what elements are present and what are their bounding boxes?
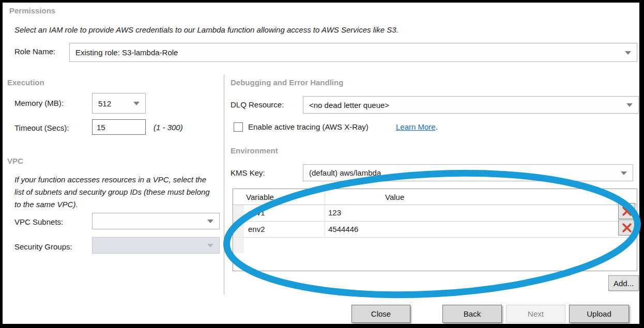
- column-header-value[interactable]: Value: [385, 193, 404, 201]
- active-tracing-label: Enable active tracing (AWS X-Ray): [248, 122, 369, 131]
- permissions-section-title: Permissions: [9, 6, 55, 15]
- execution-section-title: Execution: [7, 78, 44, 87]
- delete-row-button[interactable]: [618, 220, 635, 236]
- upload-button[interactable]: Upload: [569, 305, 629, 323]
- security-groups-combobox: [92, 237, 220, 254]
- environment-section-title: Environment: [231, 146, 278, 155]
- dlq-resource-label: DLQ Resource:: [231, 100, 284, 109]
- chevron-down-icon: [207, 244, 213, 247]
- add-variable-button[interactable]: Add...: [608, 275, 639, 291]
- security-groups-label: Security Groups:: [14, 242, 72, 251]
- section-divider: [224, 75, 224, 294]
- table-cell-variable[interactable]: env1: [248, 208, 265, 217]
- vpc-subnets-label: VPC Subnets:: [14, 217, 63, 226]
- next-button: Next: [506, 305, 565, 323]
- permissions-description: Select an IAM role to provide AWS creden…: [14, 25, 398, 34]
- chevron-down-icon: [621, 171, 627, 175]
- delete-x-icon: [622, 206, 632, 216]
- timeout-label: Timeout (Secs):: [14, 123, 69, 132]
- environment-variables-table: Variable Value env1 123 env2 4544446: [233, 189, 637, 271]
- close-button[interactable]: Close: [351, 305, 410, 323]
- timeout-input[interactable]: [92, 119, 146, 135]
- row-selector[interactable]: [234, 238, 244, 254]
- chevron-down-icon: [207, 220, 213, 223]
- active-tracing-checkbox[interactable]: [234, 122, 243, 132]
- chevron-down-icon: [625, 51, 631, 55]
- chevron-down-icon: [626, 103, 633, 107]
- row-selector[interactable]: [234, 222, 244, 238]
- table-cell-variable[interactable]: env2: [248, 225, 265, 233]
- table-cell-value[interactable]: 4544446: [328, 225, 358, 233]
- timeout-range-hint: (1 - 300): [154, 123, 183, 132]
- memory-combobox[interactable]: 512: [92, 93, 146, 114]
- row-selector[interactable]: [234, 205, 244, 221]
- role-name-combobox[interactable]: Existing role: S3-lambda-Role: [69, 43, 637, 62]
- memory-value: 512: [93, 99, 111, 108]
- role-name-label: Role Name:: [14, 47, 55, 56]
- back-button[interactable]: Back: [442, 305, 502, 323]
- learn-more-link[interactable]: Learn More: [396, 122, 436, 131]
- learn-more-period: .: [436, 122, 438, 131]
- upload-lambda-dialog: Permissions Select an IAM role to provid…: [0, 0, 644, 328]
- vpc-subnets-combobox[interactable]: [92, 213, 220, 229]
- kms-key-combobox[interactable]: (default) aws/lambda: [303, 164, 633, 181]
- delete-row-button[interactable]: [618, 203, 635, 219]
- dlq-resource-combobox[interactable]: <no dead letter queue>: [303, 96, 639, 114]
- dlq-resource-value: <no dead letter queue>: [303, 101, 389, 110]
- role-name-value: Existing role: S3-lambda-Role: [70, 48, 178, 57]
- vpc-description: If your function accesses resources in a…: [14, 174, 217, 211]
- table-cell-value[interactable]: 123: [328, 208, 341, 217]
- kms-key-label: KMS Key:: [231, 168, 265, 177]
- column-header-variable[interactable]: Variable: [246, 193, 274, 201]
- vpc-section-title: VPC: [7, 157, 23, 165]
- debugging-section-title: Debugging and Error Handling: [231, 78, 343, 87]
- memory-label: Memory (MB):: [14, 99, 64, 107]
- delete-x-icon: [622, 223, 632, 233]
- chevron-down-icon: [133, 102, 140, 105]
- kms-key-value: (default) aws/lambda: [303, 168, 381, 177]
